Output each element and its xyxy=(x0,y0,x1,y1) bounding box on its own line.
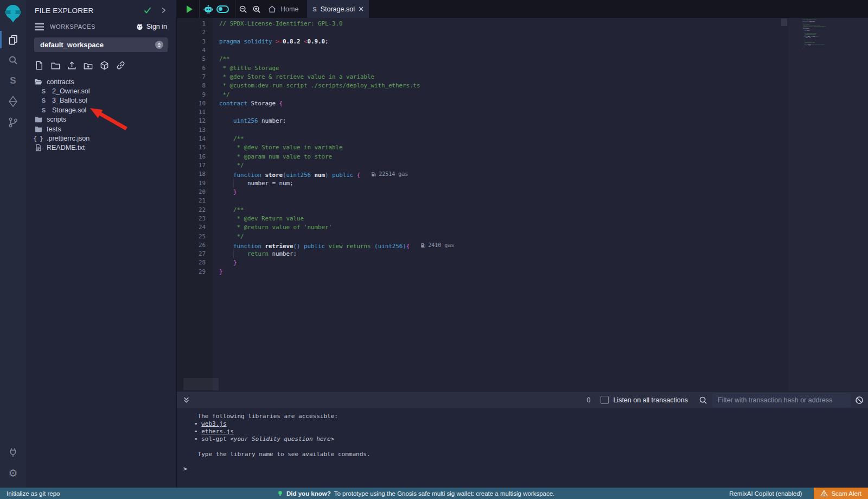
panel-header: FILE EXPLORER xyxy=(26,0,176,21)
sidebar-item-search[interactable] xyxy=(0,50,26,71)
code-line-25: */ xyxy=(219,232,868,241)
git-init-button[interactable]: Initialize as git repo xyxy=(7,490,60,497)
terminal-output[interactable]: The following libraries are accessible:•… xyxy=(177,408,868,488)
tab-bar: Home S Storage.sol xyxy=(177,0,868,18)
remix-logo-icon[interactable] xyxy=(0,3,26,24)
code-editor[interactable]: 1234567891011121314151617181920212223242… xyxy=(177,18,868,391)
code-line-10: contract Storage { xyxy=(219,99,868,108)
warning-icon xyxy=(820,490,828,497)
tab-home[interactable]: Home xyxy=(267,5,298,14)
upload-folder-icon[interactable] xyxy=(83,60,93,71)
solidity-icon: S xyxy=(40,88,48,94)
code-line-13 xyxy=(219,126,868,135)
code-line-23: * @dev Return value xyxy=(219,214,868,223)
code-line-12: uint256 number; xyxy=(219,117,868,125)
status-bar: Initialize as git repo Did you know? To … xyxy=(0,488,868,499)
run-script-button[interactable] xyxy=(187,5,193,13)
code-line-11 xyxy=(219,108,868,117)
tree-item-readme-txt[interactable]: README.txt xyxy=(26,143,176,153)
terminal-prompt[interactable]: > xyxy=(183,465,868,473)
minimap-content: // SPDX-License-Identifier: GPL-3.0pragm… xyxy=(802,19,859,48)
code-line-15: * @dev Store value in variable xyxy=(219,143,868,152)
app: S ⚙ FILE EXPLORER xyxy=(0,0,868,488)
tree-item-contracts[interactable]: contracts xyxy=(26,77,176,86)
ai-copilot-robot-icon[interactable] xyxy=(203,5,213,14)
new-folder-icon[interactable] xyxy=(50,60,61,71)
sidebar-item-file-explorer[interactable] xyxy=(0,29,26,50)
check-icon xyxy=(143,6,152,15)
code-line-17: */ xyxy=(219,161,868,170)
tree-item-scripts[interactable]: scripts xyxy=(26,115,176,124)
sign-in-button[interactable]: Sign in xyxy=(136,23,167,31)
gas-estimate-badge: 22514 gas xyxy=(371,170,408,179)
code-line-29: } xyxy=(802,48,859,49)
tree-item-label: Storage.sol xyxy=(52,106,86,114)
cube-icon[interactable] xyxy=(99,60,110,71)
tree-item-2-owner-sol[interactable]: S2_Owner.sol xyxy=(26,86,176,96)
scam-alert-badge[interactable]: Scam Alert xyxy=(814,488,868,499)
copilot-toggle[interactable] xyxy=(216,5,229,13)
hamburger-icon[interactable] xyxy=(34,23,44,31)
chevron-right-icon[interactable] xyxy=(159,7,167,14)
file-toolbar xyxy=(26,52,176,75)
terminal-header: 0 Listen on all transactions xyxy=(177,391,868,408)
solidity-icon: S xyxy=(40,107,48,113)
tab-storage-sol[interactable]: S Storage.sol xyxy=(308,0,368,18)
code-line-20: } xyxy=(219,188,868,197)
workspace-select[interactable]: default_workspace xyxy=(34,37,168,52)
gear-icon: ⚙ xyxy=(8,467,17,479)
icon-rail: S ⚙ xyxy=(0,0,26,488)
vertical-scrollbar[interactable] xyxy=(781,18,787,26)
sidebar-item-solidity-compiler[interactable]: S xyxy=(0,71,26,91)
zoom-out-icon[interactable] xyxy=(239,5,247,14)
tree-item-label: 2_Owner.sol xyxy=(52,87,90,95)
new-file-icon[interactable] xyxy=(34,60,44,71)
tree-item-storage-sol[interactable]: SStorage.sol xyxy=(26,105,176,115)
link-icon[interactable] xyxy=(116,60,126,71)
code-line-5: /** xyxy=(219,55,868,64)
code-line-1: // SPDX-License-Identifier: GPL-3.0 xyxy=(219,20,868,28)
transaction-filter-input[interactable] xyxy=(712,393,851,407)
tree-item-tests[interactable]: tests xyxy=(26,124,176,134)
horizontal-scrollbar[interactable] xyxy=(183,378,219,390)
terminal-line: • sol-gpt <your Solidity question here> xyxy=(194,435,868,443)
tree-item-3-ballot-sol[interactable]: S3_Ballot.sol xyxy=(26,96,176,105)
terminal-line: The following libraries are accessible: xyxy=(194,413,868,420)
code-line-3: pragma solidity >=0.8.2 <0.9.0; xyxy=(219,37,868,46)
chevrons-down-icon[interactable] xyxy=(182,396,190,404)
search-icon xyxy=(699,396,707,405)
code-line-8: * @custom:dev-run-script ./scripts/deplo… xyxy=(219,81,868,90)
sidebar-item-deploy-run[interactable] xyxy=(0,91,26,112)
terminal-link[interactable]: ethers.js xyxy=(201,428,234,435)
terminal-line xyxy=(194,458,868,465)
solidity-icon: S xyxy=(40,97,48,104)
folder-icon xyxy=(34,126,42,132)
code-line-19: number = num; xyxy=(219,179,868,188)
braces-icon: { } xyxy=(34,136,42,142)
sidebar-item-settings[interactable]: ⚙ xyxy=(0,463,26,483)
main-area: Home S Storage.sol 123456789101112131415… xyxy=(176,0,868,488)
clear-console-icon[interactable] xyxy=(855,396,864,405)
code-line-9: */ xyxy=(219,91,868,99)
listen-all-transactions-checkbox[interactable] xyxy=(601,396,609,404)
terminal-link[interactable]: web3.js xyxy=(201,420,226,427)
zoom-in-icon[interactable] xyxy=(252,5,261,14)
minimap[interactable]: // SPDX-License-Identifier: GPL-3.0pragm… xyxy=(789,18,868,391)
code-line-28: } xyxy=(219,258,868,267)
panel-title: FILE EXPLORER xyxy=(35,7,93,15)
upload-file-icon[interactable] xyxy=(67,60,77,71)
sidebar-item-plugin-manager[interactable] xyxy=(0,442,26,463)
workspace-select-arrows-icon xyxy=(155,41,163,49)
lightbulb-icon xyxy=(277,490,283,497)
terminal-line xyxy=(194,443,868,451)
folder-icon xyxy=(34,116,42,123)
sidebar-item-git[interactable] xyxy=(0,112,26,132)
tree-item--prettierrc-json[interactable]: { }.prettierrc.json xyxy=(26,134,176,143)
copilot-status[interactable]: RemixAI Copilot (enabled) xyxy=(729,490,802,497)
home-icon xyxy=(267,5,277,14)
terminal-line: • web3.js xyxy=(194,420,868,428)
code-line-22: /** xyxy=(219,206,868,214)
close-tab-icon[interactable] xyxy=(359,6,363,12)
code-line-24: * @return value of 'number' xyxy=(219,223,868,232)
did-you-know-tip: Did you know? To prototype using the Gno… xyxy=(277,490,554,497)
